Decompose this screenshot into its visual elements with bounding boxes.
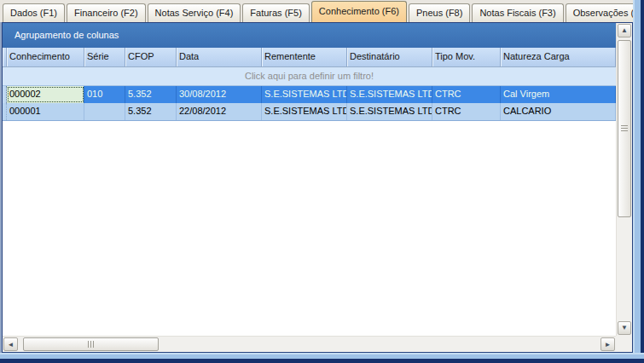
cell-natureza-carga[interactable]: CALCARIO	[501, 103, 616, 120]
cell-serie[interactable]	[84, 103, 125, 120]
filter-prompt: Click aqui para definir um filtro!	[245, 71, 374, 81]
thumb-grip-icon	[88, 341, 95, 348]
column-header-row: Conhecimento Série CFOP Data Rementente …	[3, 48, 616, 67]
vertical-scrollbar[interactable]: ▲ ▼	[616, 23, 632, 336]
right-arrow-icon: ►	[605, 341, 612, 349]
column-header-tipo-mov[interactable]: Tipo Mov.	[432, 48, 501, 66]
cell-cfop[interactable]: 5.352	[125, 86, 177, 103]
cell-data[interactable]: 30/08/2012	[177, 86, 262, 103]
horizontal-scroll-thumb[interactable]	[23, 337, 159, 351]
down-arrow-icon: ▼	[621, 324, 628, 331]
horizontal-scrollbar[interactable]: ◄ ►	[3, 336, 616, 352]
conhecimento-window: Dados (F1) Financeiro (F2) Notas Serviço…	[0, 0, 644, 363]
tab-pneus[interactable]: Pneus (F8)	[409, 3, 470, 22]
column-header-data[interactable]: Data	[177, 48, 262, 66]
up-arrow-icon: ▲	[621, 26, 628, 34]
tab-dados[interactable]: Dados (F1)	[3, 3, 65, 22]
cell-remetente[interactable]: S.E.SISTEMAS LTDA	[262, 86, 347, 103]
scroll-left-button[interactable]: ◄	[3, 337, 18, 351]
cell-serie[interactable]: 010	[84, 86, 125, 103]
column-header-serie[interactable]: Série	[84, 48, 125, 66]
tab-financeiro[interactable]: Financeiro (F2)	[67, 3, 146, 22]
conhecimento-grid: Conhecimento Série CFOP Data Rementente …	[3, 48, 616, 336]
cell-natureza-carga[interactable]: Cal Virgem	[501, 86, 616, 103]
column-grouping-band[interactable]: Agrupamento de colunas	[3, 23, 616, 48]
cell-conhecimento[interactable]: 000001	[7, 103, 84, 120]
scroll-up-button[interactable]: ▲	[618, 24, 631, 37]
filter-row[interactable]: Click aqui para definir um filtro!	[3, 67, 616, 86]
column-header-remetente[interactable]: Rementente	[262, 48, 347, 66]
column-header-cfop[interactable]: CFOP	[125, 48, 177, 66]
tab-notas-servico[interactable]: Notas Serviço (F4)	[148, 3, 241, 22]
tab-bar: Dados (F1) Financeiro (F2) Notas Serviço…	[0, 0, 633, 22]
tab-faturas[interactable]: Faturas (F5)	[242, 3, 310, 22]
window-frame-bottom	[0, 353, 644, 363]
scroll-right-button[interactable]: ►	[600, 337, 615, 351]
conhecimento-tab-panel: Agrupamento de colunas Conhecimento Séri…	[2, 22, 633, 353]
cell-tipo-mov[interactable]: CTRC	[432, 103, 501, 120]
cell-destinatario[interactable]: S.E.SISTEMAS LTDA	[347, 86, 432, 103]
table-row-selected[interactable]: 000002 010 5.352 30/08/2012 S.E.SISTEMAS…	[3, 86, 616, 103]
window-frame-left	[0, 22, 2, 363]
column-header-natureza-carga[interactable]: Natureza Carga	[501, 48, 616, 66]
scrollbar-corner	[616, 336, 632, 352]
cell-destinatario[interactable]: S.E.SISTEMAS LTDA	[347, 103, 432, 120]
column-grouping-label: Agrupamento de colunas	[15, 30, 119, 40]
cell-cfop[interactable]: 5.352	[125, 103, 177, 120]
thumb-grip-icon	[621, 125, 628, 132]
left-arrow-icon: ◄	[8, 341, 15, 349]
cell-tipo-mov[interactable]: CTRC	[432, 86, 501, 103]
vertical-scroll-thumb[interactable]	[618, 40, 631, 217]
cell-remetente[interactable]: S.E.SISTEMAS LTDA	[262, 103, 347, 120]
cell-data[interactable]: 22/08/2012	[177, 103, 262, 120]
column-header-conhecimento[interactable]: Conhecimento	[7, 48, 84, 66]
column-header-destinatario[interactable]: Destinatário	[347, 48, 432, 66]
tab-conhecimento[interactable]: Conhecimento (F6)	[311, 1, 407, 22]
table-row[interactable]: 000001 5.352 22/08/2012 S.E.SISTEMAS LTD…	[3, 103, 616, 121]
cell-conhecimento[interactable]: 000002	[7, 86, 84, 103]
scroll-down-button[interactable]: ▼	[618, 321, 631, 335]
tab-notas-fiscais[interactable]: Notas Fiscais (F3)	[472, 3, 563, 22]
window-frame-right	[633, 0, 644, 363]
